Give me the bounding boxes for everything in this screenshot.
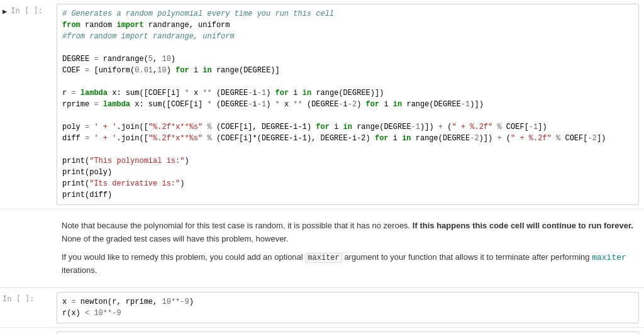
- code-block-main: # Generates a random polynomial every ti…: [62, 8, 633, 201]
- cell-main-code: ▶ In [ ]: # Generates a random polynomia…: [0, 0, 644, 209]
- cell-content-hidden1[interactable]: # Hidden test cell: [57, 331, 639, 334]
- cell-newton: In [ ]: x = newton(r, rprime, 10**-9) r(…: [0, 288, 644, 328]
- cell-content-text: Note that because the polynomial for thi…: [57, 213, 639, 284]
- cell-label-main: In [ ]:: [11, 6, 43, 15]
- text-para-2: If you would like to remedy this problem…: [62, 251, 634, 278]
- cell-content-main[interactable]: # Generates a random polynomial every ti…: [57, 4, 639, 205]
- inline-code-maxiter2: maxiter: [592, 253, 626, 262]
- inline-code-maxiter1: maxiter: [305, 253, 341, 263]
- text-para-1: Note that because the polynomial for thi…: [62, 220, 634, 246]
- code-block-newton: x = newton(r, rprime, 10**-9) r(x) < 10*…: [62, 296, 633, 319]
- cell-gutter-hidden1: In [ ]:: [0, 330, 57, 334]
- cell-gutter-newton: In [ ]:: [0, 291, 57, 307]
- cell-content-newton[interactable]: x = newton(r, rprime, 10**-9) r(x) < 10*…: [57, 292, 639, 323]
- notebook: ▶ In [ ]: # Generates a random polynomia…: [0, 0, 644, 334]
- cell-gutter-text: [0, 212, 57, 220]
- cell-gutter-main: ▶ In [ ]:: [0, 3, 57, 19]
- run-icon[interactable]: ▶: [3, 7, 7, 16]
- cell-label-newton: In [ ]:: [3, 294, 35, 303]
- cell-text: Note that because the polynomial for thi…: [0, 209, 644, 288]
- cell-hidden-1: In [ ]: # Hidden test cell: [0, 328, 644, 334]
